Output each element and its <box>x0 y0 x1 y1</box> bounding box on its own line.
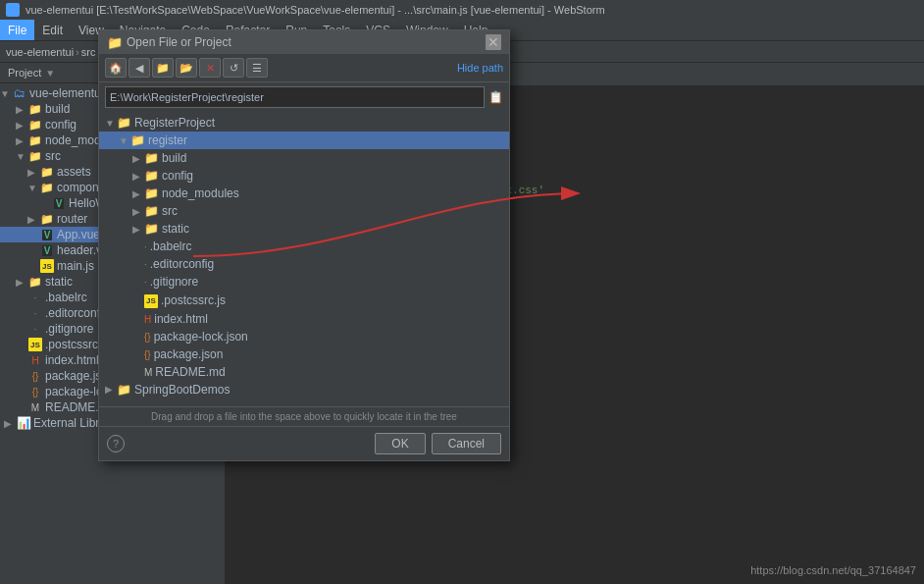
dialog-file-icon: H <box>144 312 151 326</box>
js-icon: JS <box>144 294 158 308</box>
folder-icon: 📁 <box>117 383 131 397</box>
dialog-file-icon: {} <box>144 347 151 361</box>
dialog-item-label: RegisterProject <box>134 116 215 130</box>
dialog-file-icon: · <box>144 275 147 289</box>
dialog-tree-arrow[interactable]: ▶ <box>105 384 117 395</box>
folder-icon: 📁 <box>144 151 159 165</box>
dialog-status-text: Drag and drop a file into the space abov… <box>151 411 457 422</box>
dialog-tree-item-package-lock2[interactable]: {}package-lock.json <box>99 328 509 345</box>
dot-file-icon: · <box>144 277 147 288</box>
md-icon: M <box>144 367 152 378</box>
dialog-title-icon: 📁 <box>107 35 123 50</box>
dialog-tree-item-README2[interactable]: MREADME.md <box>99 363 509 381</box>
dialog-title: 📁 Open File or Project <box>107 35 231 50</box>
toolbar-refresh-button[interactable]: ↺ <box>223 58 244 78</box>
dialog-tree-item-register[interactable]: ▼📁register <box>99 132 509 149</box>
dialog-status-bar: Drag and drop a file into the space abov… <box>99 406 509 426</box>
dialog-title-text: Open File or Project <box>127 35 231 49</box>
folder-icon: 📁 <box>144 186 159 200</box>
toolbar-delete-button[interactable]: ✕ <box>199 58 221 78</box>
dialog-tree-arrow[interactable]: ▼ <box>119 135 130 146</box>
open-file-dialog: 📁 Open File or Project ✕ 🏠 ◀ 📁 📂 ✕ ↺ ☰ H… <box>98 29 510 461</box>
dialog-item-label: package.json <box>154 347 224 361</box>
dialog-file-icon: {} <box>144 330 151 344</box>
dialog-cancel-button[interactable]: Cancel <box>432 433 501 454</box>
toolbar-open-button[interactable]: 📂 <box>176 58 197 78</box>
dialog-file-icon: 📁 <box>144 151 159 165</box>
toolbar-back-button[interactable]: ◀ <box>128 58 150 78</box>
dialog-action-buttons: OK Cancel <box>375 433 501 454</box>
dialog-file-icon: · <box>144 257 147 271</box>
dot-file-icon: · <box>144 241 147 252</box>
dialog-titlebar: 📁 Open File or Project ✕ <box>99 30 509 54</box>
dialog-item-label: static <box>162 222 189 236</box>
toolbar-tree-button[interactable]: ☰ <box>246 58 268 78</box>
dialog-tree-item-RegisterProject[interactable]: ▼📁RegisterProject <box>99 114 509 132</box>
dialog-item-label: package-lock.json <box>154 330 248 344</box>
dialog-tree-item-.editorconfig2[interactable]: ·.editorconfig <box>99 255 509 273</box>
dialog-file-icon: 📁 <box>117 383 131 397</box>
dialog-tree-item-.postcssrc2[interactable]: JS.postcssrc.js <box>99 291 509 310</box>
folder-icon: 📁 <box>117 116 131 130</box>
dialog-toolbar: 🏠 ◀ 📁 📂 ✕ ↺ ☰ Hide path <box>99 54 509 82</box>
dot-file-icon: · <box>144 259 147 270</box>
dialog-ok-button[interactable]: OK <box>375 433 425 454</box>
dialog-tree-item-static2[interactable]: ▶📁static <box>99 220 509 238</box>
dialog-item-label: config <box>162 169 193 183</box>
json-icon: {} <box>144 332 151 343</box>
dialog-file-icon: 📁 <box>117 116 131 130</box>
dialog-item-label: node_modules <box>162 186 239 200</box>
toolbar-new-folder-button[interactable]: 📁 <box>152 58 174 78</box>
folder-icon: 📁 <box>130 133 145 147</box>
dialog-item-label: .babelrc <box>150 239 192 253</box>
dialog-tree-item-.babelrc2[interactable]: ·.babelrc <box>99 238 509 255</box>
dialog-item-label: .editorconfig <box>150 257 214 271</box>
dialog-tree-item-package2[interactable]: {}package.json <box>99 345 509 363</box>
json-icon: {} <box>144 349 151 360</box>
dialog-item-label: SpringBootDemos <box>134 383 230 397</box>
dialog-file-icon: 📁 <box>130 133 145 147</box>
dialog-file-icon: M <box>144 365 152 379</box>
dialog-file-icon: · <box>144 239 147 253</box>
dialog-tree-arrow[interactable]: ▶ <box>132 171 144 182</box>
dialog-file-icon: 📁 <box>144 186 159 200</box>
path-browse-icon[interactable]: 📋 <box>488 90 503 104</box>
dialog-tree-item-.gitignore2[interactable]: ·.gitignore <box>99 273 509 291</box>
dialog-path-bar: 📋 <box>99 82 509 112</box>
dialog-item-label: .postcssrc.js <box>161 293 226 307</box>
dialog-file-icon: 📁 <box>144 204 159 218</box>
dialog-footer: ? OK Cancel <box>99 426 509 460</box>
folder-icon: 📁 <box>144 169 159 183</box>
dialog-tree-item-SpringBootDemos[interactable]: ▶📁SpringBootDemos <box>99 381 509 398</box>
dialog-tree-item-build2[interactable]: ▶📁build <box>99 149 509 167</box>
dialog-file-icon: 📁 <box>144 169 159 183</box>
dialog-help-button[interactable]: ? <box>107 435 125 452</box>
hide-path-button[interactable]: Hide path <box>457 62 503 74</box>
dialog-tree-item-src2[interactable]: ▶📁src <box>99 202 509 220</box>
dialog-item-label: register <box>148 133 187 147</box>
dialog-tree-arrow[interactable]: ▶ <box>132 188 144 199</box>
dialog-tree-arrow[interactable]: ▶ <box>132 224 144 235</box>
dialog-item-label: src <box>162 204 178 218</box>
toolbar-home-button[interactable]: 🏠 <box>105 58 127 78</box>
folder-icon: 📁 <box>144 204 159 218</box>
dialog-path-input[interactable] <box>105 86 485 108</box>
dialog-item-label: build <box>162 151 186 165</box>
dialog-toolbar-buttons: 🏠 ◀ 📁 📂 ✕ ↺ ☰ <box>105 58 268 78</box>
dialog-file-icon: JS <box>144 292 158 308</box>
html-icon: H <box>144 314 151 325</box>
dialog-item-label: .gitignore <box>150 275 198 289</box>
dialog-tree-arrow[interactable]: ▶ <box>132 153 144 164</box>
dialog-close-button[interactable]: ✕ <box>486 34 501 50</box>
folder-icon: 📁 <box>144 222 159 236</box>
dialog-tree-item-index2[interactable]: Hindex.html <box>99 310 509 328</box>
dialog-item-label: README.md <box>155 365 225 379</box>
dialog-tree-item-node_modules2[interactable]: ▶📁node_modules <box>99 185 509 202</box>
dialog-tree-item-config2[interactable]: ▶📁config <box>99 167 509 185</box>
dialog-item-label: index.html <box>154 312 208 326</box>
dialog-file-icon: 📁 <box>144 222 159 236</box>
dialog-tree-arrow[interactable]: ▼ <box>105 118 117 129</box>
dialog-overlay: 📁 Open File or Project ✕ 🏠 ◀ 📁 📂 ✕ ↺ ☰ H… <box>0 0 924 584</box>
dialog-file-tree[interactable]: ▼📁RegisterProject▼📁register▶📁build▶📁conf… <box>99 112 509 406</box>
dialog-tree-arrow[interactable]: ▶ <box>132 206 144 217</box>
